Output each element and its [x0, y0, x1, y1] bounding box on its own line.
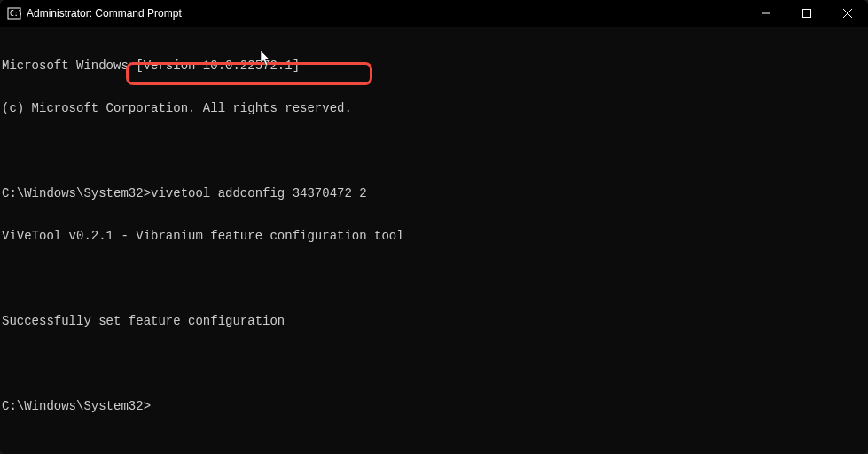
command-prompt-window: C:\ Administrator: Command Prompt — [0, 0, 868, 454]
output-line: ViVeTool v0.2.1 - Vibranium feature conf… — [2, 229, 866, 243]
window-controls — [746, 0, 868, 27]
output-line — [2, 356, 866, 371]
svg-text:C:\: C:\ — [10, 10, 21, 18]
prompt-command: vivetool addconfig 34370472 2 — [151, 186, 367, 200]
terminal-content[interactable]: Microsoft Windows [Version 10.0.22572.1]… — [0, 27, 868, 454]
prompt-line: C:\Windows\System32> — [2, 399, 866, 413]
titlebar[interactable]: C:\ Administrator: Command Prompt — [0, 0, 868, 27]
output-line — [2, 144, 866, 158]
output-line: Microsoft Windows [Version 10.0.22572.1] — [2, 59, 866, 73]
prompt-path: C:\Windows\System32> — [2, 399, 151, 413]
prompt-line: C:\Windows\System32>vivetool addconfig 3… — [2, 186, 866, 200]
maximize-button[interactable] — [786, 0, 827, 27]
svg-rect-3 — [803, 10, 811, 18]
output-line — [2, 271, 866, 286]
output-line: (c) Microsoft Corporation. All rights re… — [2, 101, 866, 115]
minimize-button[interactable] — [746, 0, 786, 27]
mouse-cursor-icon — [216, 36, 227, 52]
cmd-icon: C:\ — [7, 6, 21, 20]
output-line: Successfully set feature configuration — [2, 314, 866, 328]
window-title: Administrator: Command Prompt — [27, 7, 746, 20]
prompt-path: C:\Windows\System32> — [2, 186, 151, 200]
close-button[interactable] — [827, 0, 868, 27]
